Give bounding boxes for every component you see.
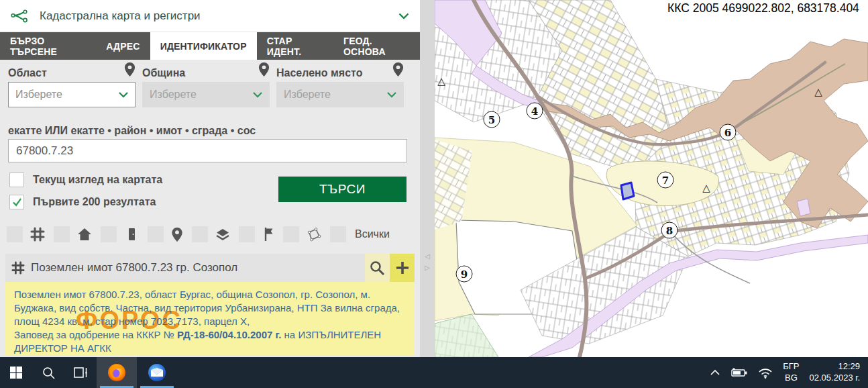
battery-icon[interactable] <box>730 367 748 378</box>
chevron-down-icon <box>387 92 396 98</box>
map-pin-icon <box>392 62 404 77</box>
parcel-grid-icon <box>11 261 25 275</box>
filter-checkbox-flag[interactable] <box>239 226 255 242</box>
tab-geodetic-basis[interactable]: ГЕОД. ОСНОВА <box>333 32 420 60</box>
ekatte-label: екатте ИЛИ екатте • район • имот • сград… <box>8 125 256 137</box>
clock-time: 12:29 <box>810 361 860 373</box>
map-sheet-label-8: 8 <box>661 222 678 239</box>
geodetic-point-icon: △ <box>814 86 822 98</box>
panel-divider: ◁ ▷ <box>420 0 435 357</box>
chevron-down-icon <box>119 92 128 98</box>
order-number: РД-18-60/04.10.2007 г. <box>177 329 281 340</box>
result-row[interactable]: Поземлен имот 67800.7.23 гр. Созопол <box>5 254 415 282</box>
add-result-button[interactable] <box>390 254 415 282</box>
map-pin-icon <box>124 62 135 77</box>
filter-all-label: Всички <box>355 228 390 240</box>
result-title: Поземлен имот 67800.7.23 гр. Созопол <box>31 261 365 275</box>
task-view-button[interactable] <box>64 357 97 388</box>
language-indicator[interactable]: БГР BG <box>783 361 799 384</box>
tab-address[interactable]: АДРЕС <box>96 32 150 60</box>
map-pin-icon <box>258 62 270 77</box>
panel-title: Кадастрална карта и регистри <box>40 9 398 23</box>
obshtina-select[interactable]: Изберете <box>142 82 270 107</box>
filter-checkbox-entrance[interactable] <box>101 226 117 242</box>
search-icon <box>42 366 56 380</box>
first-200-label: Първите 200 резултата <box>33 196 156 208</box>
identifier-input[interactable] <box>8 139 407 162</box>
oblast-select[interactable]: Изберете <box>8 82 135 107</box>
search-tabs: БЪРЗО ТЪРСЕНЕ АДРЕС ИДЕНТИФИКАТОР СТАР И… <box>0 32 420 60</box>
naseleno-myasto-select[interactable]: Изберете <box>276 82 404 107</box>
oblast-label: Област <box>8 62 47 79</box>
map-sheet-label-9: 9 <box>456 266 473 283</box>
cadastre-logo-icon <box>11 9 29 23</box>
filter-checkbox-point[interactable] <box>148 226 164 242</box>
system-tray: БГР BG 12:29 02.05.2023 г. <box>710 357 868 388</box>
naseleno-myasto-placeholder: Изберете <box>284 89 331 101</box>
oblast-placeholder: Изберете <box>15 89 62 101</box>
location-fields: Област Изберете Община <box>8 62 404 107</box>
thunderbird-icon <box>147 362 167 383</box>
start-button[interactable] <box>0 357 32 388</box>
first-200-checkbox[interactable] <box>9 195 24 209</box>
result-details-line1: Поземлен имот 67800.7.23, област Бургас,… <box>14 289 400 327</box>
chevron-down-icon <box>253 92 262 98</box>
firefox-taskbar-button[interactable] <box>97 357 137 388</box>
entrance-icon <box>124 227 139 242</box>
layers-icon <box>215 228 230 241</box>
polygon-icon <box>307 228 321 242</box>
obshtina-label: Община <box>142 62 185 79</box>
coordinates-display: ККС 2005 4699022.802, 683178.404 <box>667 1 859 15</box>
highlighted-parcel <box>621 183 634 199</box>
filter-checkbox-parcel[interactable] <box>7 226 23 242</box>
clock[interactable]: 12:29 02.05.2023 г. <box>810 361 860 384</box>
checkmark-icon <box>12 197 22 207</box>
wifi-icon[interactable] <box>758 367 773 379</box>
collapse-panel-arrow-icon[interactable]: ◁ <box>425 252 430 260</box>
order-prefix: Заповед за одобрение на КККР № <box>14 329 177 340</box>
taskbar-search-button[interactable] <box>32 357 64 388</box>
flag-icon <box>262 227 274 242</box>
naseleno-myasto-label: Населено място <box>276 62 362 79</box>
tab-quick-search[interactable]: БЪРЗО ТЪРСЕНЕ <box>0 32 96 60</box>
result-details-text: Поземлен имот 67800.7.23, област Бургас,… <box>14 288 406 355</box>
clock-date: 02.05.2023 г. <box>810 373 860 384</box>
filter-checkbox-all[interactable] <box>330 226 346 242</box>
building-icon <box>77 228 92 241</box>
app-window: Кадастрална карта и регистри БЪРЗО ТЪРСЕ… <box>0 0 868 388</box>
firefox-icon <box>107 362 127 383</box>
map-sheet-label-6: 6 <box>720 124 737 141</box>
current-view-checkbox[interactable] <box>9 173 24 187</box>
map-sheet-label-7: 7 <box>657 172 674 189</box>
cadastral-map-canvas[interactable] <box>435 0 868 357</box>
filter-checkbox-polygon[interactable] <box>283 226 299 242</box>
zoom-to-result-button[interactable] <box>365 254 390 282</box>
field-naseleno-myasto: Населено място Изберете <box>276 62 404 107</box>
windows-logo-icon <box>9 366 23 379</box>
expand-panel-arrow-icon[interactable]: ▷ <box>425 264 430 271</box>
thunderbird-taskbar-button[interactable] <box>137 357 177 388</box>
search-button[interactable]: ТЪРСИ <box>278 177 406 202</box>
geodetic-point-icon: △ <box>702 182 710 194</box>
first-200-checkbox-row: Първите 200 резултата <box>9 195 156 209</box>
filter-checkbox-building[interactable] <box>54 226 70 242</box>
panel-collapse-chevron-icon[interactable] <box>398 13 409 19</box>
taskbar: БГР BG 12:29 02.05.2023 г. <box>0 357 868 388</box>
field-oblast: Област Изберете <box>8 62 135 107</box>
current-view-checkbox-row: Текущ изглед на картата <box>9 173 162 187</box>
map-view[interactable]: ККС 2005 4699022.802, 683178.404 456789△… <box>435 0 868 357</box>
field-obshtina: Община Изберете <box>142 62 270 107</box>
task-view-icon <box>73 366 89 379</box>
filter-checkbox-layers[interactable] <box>192 226 208 242</box>
taskbar-spacer <box>177 357 710 388</box>
search-panel: Кадастрална карта и регистри БЪРЗО ТЪРСЕ… <box>0 0 420 357</box>
geodetic-point-icon: △ <box>437 75 445 87</box>
result-details-box: ФОРОС Поземлен имот 67800.7.23, област Б… <box>5 282 415 356</box>
tab-identifier[interactable]: ИДЕНТИФИКАТОР <box>150 32 257 60</box>
tab-old-identifier[interactable]: СТАР ИДЕНТ. <box>257 32 333 60</box>
hidden-icons-chevron-icon[interactable] <box>710 369 720 376</box>
map-sheet-label-5: 5 <box>484 111 500 128</box>
obshtina-placeholder: Изберете <box>150 89 197 101</box>
magnifier-icon <box>370 260 385 276</box>
plus-icon <box>395 260 410 275</box>
